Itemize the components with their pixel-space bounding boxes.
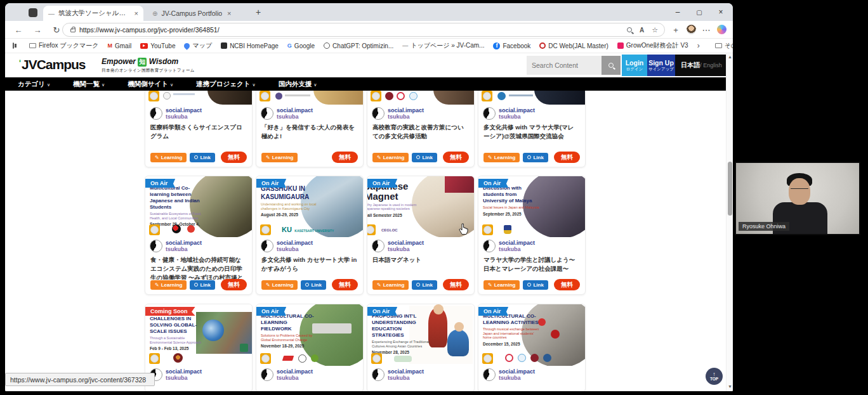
new-tab-button[interactable]: + <box>256 7 261 17</box>
course-card[interactable]: MULTICULTURAL CO-LEARNING FIELDWORK Solu… <box>256 304 364 391</box>
read-aloud-icon[interactable]: A <box>640 27 644 34</box>
learning-badge[interactable]: ✎Learning <box>483 153 520 162</box>
course-card[interactable]: Discussion with students from University… <box>478 176 586 295</box>
language-selector[interactable]: 日本語 / English <box>675 55 728 76</box>
address-bar[interactable]: https://www.jv-campus.org/jvc-provider/3… <box>62 23 665 37</box>
back-to-top-button[interactable]: ↑ TOP <box>706 368 723 385</box>
learning-badge[interactable]: ✎Learning <box>261 153 298 162</box>
course-title[interactable]: 多文化共修 with カセサート大学 in かすみがうら <box>256 254 363 280</box>
partner-logo-icon <box>187 225 195 233</box>
provider-row: social.impacttsukuba <box>145 237 252 254</box>
course-title[interactable]: 多文化共修 with マラヤ大学(マレーシア)@茨城県国際交流協会 <box>478 122 585 143</box>
url-text[interactable]: https://www.jv-campus.org/jvc-provider/3… <box>79 26 220 34</box>
learning-badge[interactable]: ✎Learning <box>372 280 409 290</box>
tab1-close-icon[interactable]: × <box>135 10 138 17</box>
course-thumbnail: GASSHUKU IN KASUMIGAURA Understanding an… <box>256 176 363 237</box>
bookmark-firefox[interactable]: Firefox ブックマーク <box>29 41 99 50</box>
minimize-button[interactable]: – <box>667 3 688 21</box>
course-title[interactable]: マラヤ大学の学生と討議しよう〜日本とマレーシアの社会課題〜 <box>478 254 585 280</box>
bookmark-dcweb[interactable]: DC Web(JAL Master) <box>539 42 608 49</box>
login-button[interactable]: Loginログイン <box>622 55 647 76</box>
course-card[interactable]: social.impacttsukuba 多文化共修 with マラヤ大学(マレ… <box>478 91 586 167</box>
course-card[interactable]: PROPOSING INT'L UNDERSTANDING EDUCATION … <box>367 304 475 391</box>
site-header: ˈJVCampus Empower 知 Wisdom 日本発のオンライン国際教育… <box>5 53 733 77</box>
zoom-icon[interactable] <box>627 27 632 32</box>
course-card[interactable]: CHALLENGES IN SOLVING GLOBAL-SCALE ISSUE… <box>145 304 253 391</box>
course-card[interactable]: social.impacttsukuba 医療科学類さくらサイエンスプログラム … <box>145 91 253 167</box>
bookmark-ncbi[interactable]: NCBI HomePage <box>221 42 279 49</box>
scrollbar-thumb[interactable] <box>728 162 732 216</box>
tab-bar: — 筑波大学ソーシャルインパクト推進室 × ⊕ JV-Campus Portfo… <box>5 3 733 21</box>
bookmark-toppage[interactable]: —トップページ » JV-Cam... <box>402 41 484 50</box>
learning-badge[interactable]: ✎Learning <box>372 153 409 162</box>
nav-institutions[interactable]: 機関一覧∨ <box>73 80 105 89</box>
signup-button[interactable]: Sign Upサインアップ <box>647 55 675 76</box>
site-navbar: カテゴリ∨ 機関一覧∨ 機関側サイト∨ 連携プロジェクト∨ 国内外支援∨ <box>5 77 733 91</box>
learning-badge[interactable]: ✎Learning <box>150 280 187 290</box>
course-title[interactable]: 「好き」を発信する:大人の発表を極めよ! <box>256 122 363 143</box>
link-badge[interactable]: Link <box>523 153 548 162</box>
course-title[interactable]: 日本語マグネット <box>367 254 474 280</box>
learning-badge[interactable]: ✎Learning <box>483 280 520 290</box>
back-icon[interactable]: ← <box>13 24 24 36</box>
scrollbar[interactable]: ▲ ▼ <box>726 53 733 391</box>
nav-support[interactable]: 国内外支援∨ <box>279 80 317 89</box>
tab-inactive[interactable]: ⊕ JV-Campus Portfolio × <box>147 6 249 21</box>
bookmark-growone[interactable]: GrowOne財務会計 V3 <box>617 41 688 50</box>
course-card[interactable]: Multicultural Co-learning between Japane… <box>145 176 253 295</box>
nav-projects[interactable]: 連携プロジェクト∨ <box>196 80 256 89</box>
copilot-icon[interactable] <box>717 25 727 34</box>
bookmark-youtube[interactable]: YouTube <box>140 42 175 49</box>
course-title[interactable]: 医療科学類さくらサイエンスプログラム <box>145 122 252 143</box>
pen-icon: ✎ <box>488 155 492 160</box>
search-button[interactable] <box>602 56 621 75</box>
link-badge[interactable]: Link <box>523 280 548 290</box>
close-button[interactable]: × <box>710 3 732 21</box>
search-input[interactable] <box>527 56 602 75</box>
collections-icon[interactable]: + <box>670 24 681 36</box>
jv-badge-icon <box>260 91 270 101</box>
link-badge[interactable]: Link <box>412 280 437 290</box>
learning-badge[interactable]: ✎Learning <box>150 153 187 162</box>
course-card[interactable]: MULTICULTURAL CO-LEARNING ACTIVITIES Thr… <box>478 304 586 391</box>
bookmark-google[interactable]: GGoogle <box>287 42 315 49</box>
tab-active[interactable]: — 筑波大学ソーシャルインパクト推進室 × <box>43 6 143 21</box>
course-title[interactable]: 食・健康・地域社会の持続可能なエコシステム実践のための日印学生の協働学習 〜みず… <box>145 254 252 280</box>
bookmark-gmail[interactable]: MGmail <box>108 42 132 49</box>
link-badge[interactable]: Link <box>190 153 214 162</box>
bookmark-facebook[interactable]: fFacebook <box>493 42 530 49</box>
link-badge[interactable]: Link <box>190 280 214 290</box>
course-title[interactable]: 高校教育の実践と改善方策についての多文化共修活動 <box>367 122 474 143</box>
settings-more-icon[interactable]: ⋯ <box>700 24 712 36</box>
scroll-up-icon[interactable]: ▲ <box>727 55 733 59</box>
bookmarks-overflow-chevron[interactable]: › <box>697 41 700 50</box>
scroll-down-icon[interactable]: ▼ <box>727 384 733 389</box>
course-card[interactable]: social.impacttsukuba 高校教育の実践と改善方策についての多文… <box>367 91 475 167</box>
link-badge[interactable]: Link <box>301 280 326 290</box>
learning-badge[interactable]: ✎Learning <box>261 280 298 290</box>
other-favorites[interactable]: その他のお気に入り <box>715 41 733 50</box>
tab2-close-icon[interactable]: × <box>227 10 231 17</box>
course-thumbnail: PROPOSING INT'L UNDERSTANDING EDUCATION … <box>367 304 474 366</box>
bookmark-chatgpt[interactable]: ChatGPT: Optimizin... <box>324 42 393 49</box>
thumb-photo <box>433 91 474 105</box>
figure-head <box>433 304 444 314</box>
growone-icon <box>617 42 624 49</box>
profile-avatar[interactable] <box>687 25 696 34</box>
course-card[interactable]: GASSHUKU IN KASUMIGAURA Understanding an… <box>256 176 364 295</box>
maximize-button[interactable]: ▢ <box>688 3 710 21</box>
nav-institution-sites[interactable]: 機関側サイト∨ <box>128 80 173 89</box>
jv-campus-logo[interactable]: ˈJVCampus <box>18 57 86 72</box>
forward-icon[interactable]: → <box>32 24 43 36</box>
thumb-text: GASSHUKU IN KASUMIGAURA Understanding an… <box>261 185 319 217</box>
nav-category[interactable]: カテゴリ∨ <box>18 80 50 89</box>
course-card[interactable]: social.impacttsukuba 「好き」を発信する:大人の発表を極めよ… <box>256 91 364 167</box>
pen-icon: ✎ <box>266 282 270 288</box>
bookmark-maps[interactable]: マップ <box>184 41 212 50</box>
tab-actions-icon[interactable] <box>29 8 37 17</box>
favorite-star-icon[interactable]: ☆ <box>652 26 658 34</box>
link-badge[interactable]: Link <box>412 153 437 162</box>
refresh-icon[interactable]: ↻ <box>51 24 62 36</box>
glasses <box>791 188 808 192</box>
sidebar-icon[interactable] <box>13 42 14 49</box>
